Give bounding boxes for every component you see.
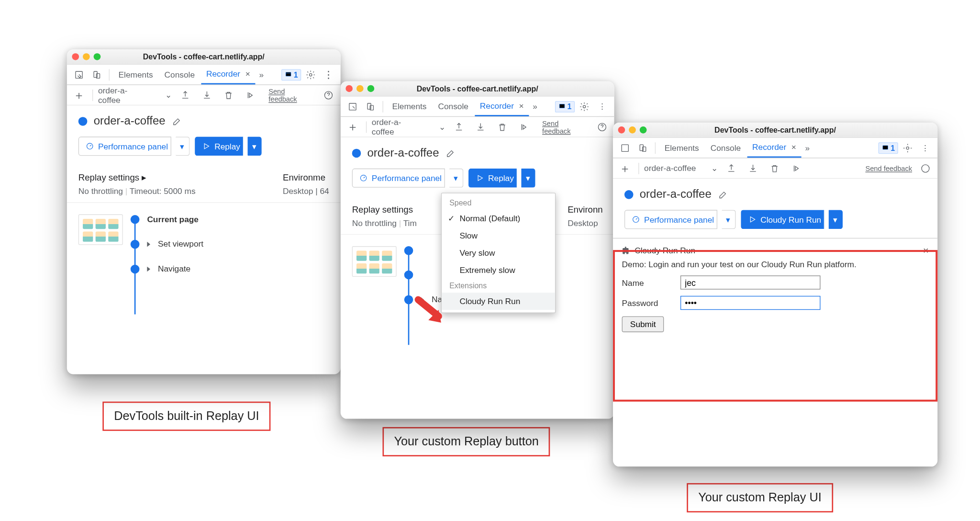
performance-panel-button[interactable]: Performance panel [352, 169, 445, 188]
tab-elements[interactable]: Elements [113, 65, 158, 84]
issues-badge[interactable]: 1 [879, 142, 898, 154]
export-icon[interactable] [724, 160, 740, 177]
device-toggle-icon[interactable] [362, 98, 379, 115]
issues-badge[interactable]: 1 [281, 69, 301, 80]
gear-icon[interactable] [576, 98, 593, 115]
tab-console[interactable]: Console [159, 65, 200, 84]
speed-extremely-slow[interactable]: Extremely slow [442, 261, 555, 279]
close-drawer-icon[interactable]: × [923, 245, 929, 256]
inspect-icon[interactable] [71, 66, 88, 83]
import-icon[interactable] [745, 160, 762, 177]
drawer-description: Demo: Login and run your test on our Clo… [622, 260, 929, 269]
performance-panel-dropdown[interactable]: ▾ [449, 169, 463, 188]
step-icon[interactable] [788, 160, 805, 177]
send-feedback-link[interactable]: Send feedback [542, 119, 589, 135]
password-field[interactable] [680, 296, 821, 310]
add-recording-icon[interactable]: ＋ [345, 118, 361, 135]
replay-button[interactable]: Replay [468, 169, 517, 188]
close-icon[interactable] [72, 53, 79, 60]
import-icon[interactable] [199, 87, 215, 103]
name-field[interactable] [680, 275, 821, 289]
svg-point-12 [583, 105, 585, 108]
close-tab-icon[interactable]: × [519, 101, 524, 111]
tab-console[interactable]: Console [705, 138, 746, 158]
step-navigate[interactable]: Navigate [131, 264, 329, 273]
zoom-icon[interactable] [94, 53, 101, 60]
issues-badge[interactable]: 1 [555, 101, 575, 112]
recording-select[interactable]: order-a-coffee ⌄ [98, 85, 172, 104]
performance-panel-dropdown[interactable]: ▾ [176, 136, 189, 156]
extension-cloudy-run[interactable]: Cloudy Run Run [442, 293, 555, 310]
help-icon[interactable] [594, 118, 610, 135]
minimize-icon[interactable] [356, 85, 364, 92]
tab-elements[interactable]: Elements [659, 138, 704, 158]
cloudy-run-button[interactable]: Cloudy Run Run [741, 210, 824, 229]
add-recording-icon[interactable]: ＋ [617, 160, 634, 177]
speed-very-slow[interactable]: Very slow [442, 244, 555, 261]
import-icon[interactable] [472, 118, 489, 135]
inspect-icon[interactable] [345, 98, 361, 115]
delete-icon[interactable] [494, 118, 510, 135]
inspect-icon[interactable] [617, 139, 634, 156]
tab-console[interactable]: Console [433, 97, 474, 116]
gear-icon[interactable] [899, 139, 916, 156]
edit-icon[interactable] [445, 148, 456, 158]
tab-recorder[interactable]: Recorder× [475, 97, 529, 116]
recording-select[interactable]: order-a-coffee⌄ [644, 163, 718, 173]
delete-icon[interactable] [220, 87, 236, 103]
zoom-icon[interactable] [640, 126, 647, 134]
tab-recorder[interactable]: Recorder× [747, 138, 801, 158]
step-icon[interactable] [242, 87, 258, 103]
device-toggle-icon[interactable] [635, 139, 651, 156]
close-icon[interactable] [345, 85, 353, 92]
edit-icon[interactable] [172, 116, 182, 126]
svg-rect-16 [622, 145, 628, 151]
performance-panel-button[interactable]: Performance panel [624, 210, 717, 229]
speed-normal[interactable]: Normal (Default) [442, 210, 555, 227]
kebab-icon[interactable]: ⋮ [594, 98, 611, 115]
minimize-icon[interactable] [83, 53, 90, 60]
performance-panel-button[interactable]: Performance panel [78, 136, 171, 156]
replay-settings-heading[interactable]: Replay settings ▸ [78, 172, 196, 182]
kebab-icon[interactable]: ⋮ [320, 66, 337, 83]
add-recording-icon[interactable]: ＋ [71, 87, 87, 103]
help-icon[interactable] [917, 160, 934, 177]
replay-dropdown[interactable]: ▾ [248, 136, 262, 156]
send-feedback-link[interactable]: Send feedback [865, 164, 912, 172]
step-set-viewport[interactable]: Set viewport [131, 239, 329, 249]
close-tab-icon[interactable]: × [791, 142, 796, 152]
caption-custom-ui: Your custom Replay UI [687, 483, 833, 512]
kebab-icon[interactable]: ⋮ [917, 139, 934, 156]
page-thumbnail [352, 246, 397, 277]
submit-button[interactable]: Submit [622, 316, 664, 332]
step-icon[interactable] [515, 118, 532, 135]
gear-icon[interactable] [302, 66, 319, 83]
performance-panel-dropdown[interactable]: ▾ [722, 210, 735, 229]
device-toggle-icon[interactable] [89, 66, 105, 83]
drawer-title: Cloudy Run Run [635, 246, 695, 255]
edit-icon[interactable] [718, 189, 728, 199]
cloudy-run-dropdown[interactable]: ▾ [829, 210, 843, 229]
help-icon[interactable] [320, 87, 336, 103]
recording-select[interactable]: order-a-coffee⌄ [372, 117, 445, 136]
minimize-icon[interactable] [629, 126, 636, 134]
export-icon[interactable] [177, 87, 193, 103]
replay-settings-heading[interactable]: Replay settings [352, 204, 417, 214]
delete-icon[interactable] [767, 160, 783, 177]
more-tabs-icon[interactable]: » [256, 70, 266, 79]
more-tabs-icon[interactable]: » [530, 102, 540, 111]
more-tabs-icon[interactable]: » [802, 143, 812, 153]
step-current-page[interactable]: Current page [131, 215, 329, 224]
speed-slow[interactable]: Slow [442, 227, 555, 244]
replay-button[interactable]: Replay [195, 136, 244, 156]
tab-recorder[interactable]: Recorder × [201, 65, 255, 84]
send-feedback-link[interactable]: Send feedback [268, 87, 315, 102]
zoom-icon[interactable] [368, 85, 375, 92]
svg-marker-7 [204, 144, 209, 149]
environment-heading: Environn [568, 204, 603, 214]
replay-dropdown[interactable]: ▾ [522, 169, 535, 188]
close-tab-icon[interactable]: × [245, 69, 250, 79]
export-icon[interactable] [451, 118, 467, 135]
close-icon[interactable] [618, 126, 625, 134]
tab-elements[interactable]: Elements [387, 97, 432, 116]
